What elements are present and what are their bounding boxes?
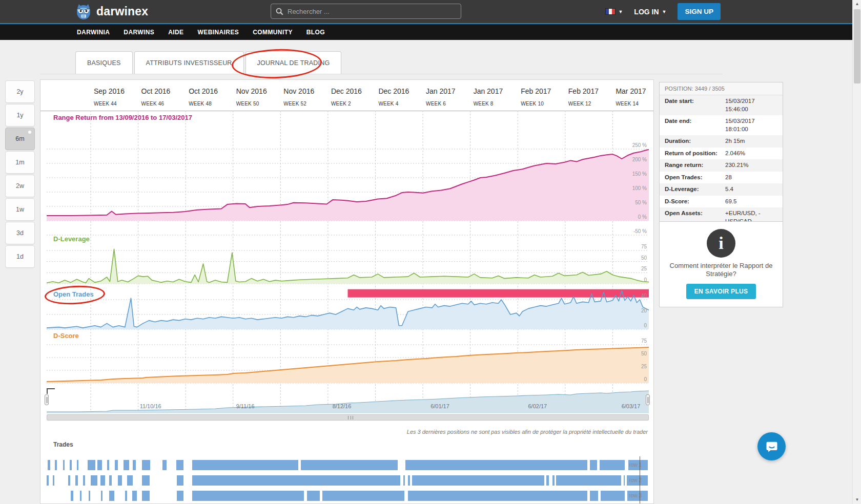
navigator-date-label: 6/01/17	[430, 403, 449, 409]
trade-bar	[132, 491, 137, 501]
navigator-date-label: 9/11/16	[236, 403, 255, 409]
position-row-label: Date start:	[665, 97, 725, 113]
scroll-up-arrow-icon[interactable]: ▲	[853, 0, 861, 8]
info-icon: i	[707, 229, 735, 258]
position-row-value: 2h 15m	[725, 137, 777, 145]
trade-bar	[307, 491, 320, 501]
login-button[interactable]: LOG IN ▼	[634, 8, 666, 16]
time-range-1y[interactable]: 1y	[5, 104, 35, 127]
y-axis-tick-label: 20	[623, 308, 647, 313]
tab-basiques[interactable]: BASIQUES	[75, 51, 133, 74]
position-row-label: Date end:	[665, 117, 725, 133]
charts-canvas[interactable]	[40, 80, 654, 504]
login-label: LOG IN	[634, 8, 659, 16]
navigator-left-handle[interactable]	[45, 394, 49, 405]
navigator-right-handle[interactable]	[646, 394, 650, 405]
trade-bar	[590, 460, 597, 470]
trade-bar	[176, 460, 183, 470]
position-row: Date end:15/03/2017 18:01:00	[660, 115, 783, 135]
darwinex-logo[interactable]: darwinex	[74, 2, 148, 20]
y-axis-tick-label: 25	[623, 266, 647, 271]
darwinex-owl-icon	[74, 2, 93, 20]
d_leverage-series-fill	[47, 249, 649, 284]
trade-bar	[88, 460, 95, 470]
time-range-1w[interactable]: 1w	[5, 198, 35, 221]
time-range-2w[interactable]: 2w	[5, 175, 35, 197]
info-text: Comment interpréter le Rapport de Straté…	[660, 262, 783, 279]
trade-bar	[89, 491, 90, 501]
trade-bar	[71, 491, 73, 501]
position-row-value: 15/03/2017 15:46:00	[725, 97, 777, 113]
trade-bar	[48, 460, 50, 470]
tabbar-underline	[40, 74, 723, 74]
y-axis-tick-label: 0	[623, 277, 647, 283]
trade-bar	[101, 491, 103, 501]
trade-bar	[405, 460, 587, 470]
search-box[interactable]	[271, 4, 461, 19]
strategy-report-info-box: i Comment interpréter le Rapport de Stra…	[659, 221, 783, 307]
nav-item-darwinia[interactable]: DARWINIA	[77, 29, 110, 36]
signup-button[interactable]: SIGN UP	[678, 3, 721, 20]
time-range-1d[interactable]: 1d	[5, 245, 35, 268]
chat-widget-button[interactable]	[757, 432, 786, 460]
search-input[interactable]	[288, 8, 452, 15]
y-axis-tick-label: 50 %	[623, 200, 647, 205]
trade-bar	[68, 475, 70, 486]
trade-bar	[546, 475, 549, 486]
position-row-value: 2.046%	[725, 150, 777, 158]
report-tabs: BASIQUESATTRIBUTS INVESTISSEURJOURNAL DE…	[75, 51, 341, 74]
tab-journal-de-trading[interactable]: JOURNAL DE TRADING	[245, 51, 342, 74]
trades-gantt-row[interactable]: row 1	[47, 460, 649, 470]
y-axis-tick-label: 150 %	[623, 171, 647, 177]
navigator-date-label: 8/12/16	[333, 403, 352, 409]
trades-gantt-row[interactable]: row 2	[47, 475, 649, 486]
nav-item-community[interactable]: COMMUNITY	[253, 29, 293, 36]
time-range-1m[interactable]: 1m	[5, 151, 35, 174]
time-range-3d[interactable]: 3d	[5, 222, 35, 244]
trading-journal-chart-panel[interactable]: Sep 2016WEEK 44Oct 2016WEEK 46Oct 2016WE…	[40, 79, 654, 504]
chart-horizontal-scrollbar[interactable]	[47, 414, 649, 421]
app-header: darwinex ▼ LOG IN ▼ SIGN UP	[0, 0, 861, 23]
trade-bar	[63, 460, 65, 470]
position-row: Open Trades:28	[660, 172, 783, 184]
position-row-value: 230.21%	[725, 161, 777, 170]
y-axis-tick-label: 75	[623, 244, 647, 249]
scroll-down-arrow-icon[interactable]: ▼	[853, 496, 861, 504]
language-selector[interactable]: ▼	[605, 8, 623, 15]
trade-bar	[556, 475, 621, 486]
position-row: D-Leverage:5.4	[660, 183, 783, 196]
y-axis-tick-label: 40	[623, 293, 647, 299]
trade-bar	[53, 475, 55, 486]
tab-attributs-investisseur[interactable]: ATTRIBUTS INVESTISSEUR	[134, 51, 244, 74]
nav-item-blog[interactable]: BLOG	[306, 29, 325, 36]
position-row-label: D-Leverage:	[665, 185, 725, 194]
page-scrollbar-thumb[interactable]	[854, 9, 860, 83]
trades-gantt-row[interactable]: row 3	[47, 491, 649, 501]
nav-item-webinaires[interactable]: WEBINAIRES	[198, 29, 239, 36]
trade-bar	[109, 475, 112, 486]
time-range-6m[interactable]: 6m	[5, 128, 35, 150]
position-row-label: Duration:	[665, 137, 725, 145]
trade-bar	[109, 491, 114, 501]
time-range-2y[interactable]: 2y	[5, 80, 35, 103]
trade-bar	[70, 460, 72, 470]
trade-bar	[142, 491, 150, 501]
trades-section-label: Trades	[53, 441, 73, 448]
nav-item-darwins[interactable]: DARWINS	[124, 29, 154, 36]
trade-bar	[322, 491, 404, 501]
trade-bar	[162, 460, 167, 470]
trade-bar	[601, 491, 625, 501]
trade-bar	[100, 475, 105, 486]
search-icon	[276, 8, 283, 15]
trade-bar	[177, 475, 183, 486]
learn-more-button[interactable]: EN SAVOIR PLUS	[686, 284, 756, 299]
trade-bar	[124, 460, 129, 470]
nav-item-aide[interactable]: AIDE	[168, 29, 183, 36]
navigator-outline-mark	[47, 388, 55, 394]
privacy-footnote: Les 3 dernières positions ne sont pas vi…	[407, 429, 648, 435]
trade-bar	[408, 491, 587, 501]
range_return-series-fill	[47, 150, 649, 221]
page-scrollbar[interactable]: ▲ ▼	[852, 0, 861, 504]
trade-bar	[97, 460, 102, 470]
position-row: Date start:15/03/2017 15:46:00	[660, 95, 783, 115]
